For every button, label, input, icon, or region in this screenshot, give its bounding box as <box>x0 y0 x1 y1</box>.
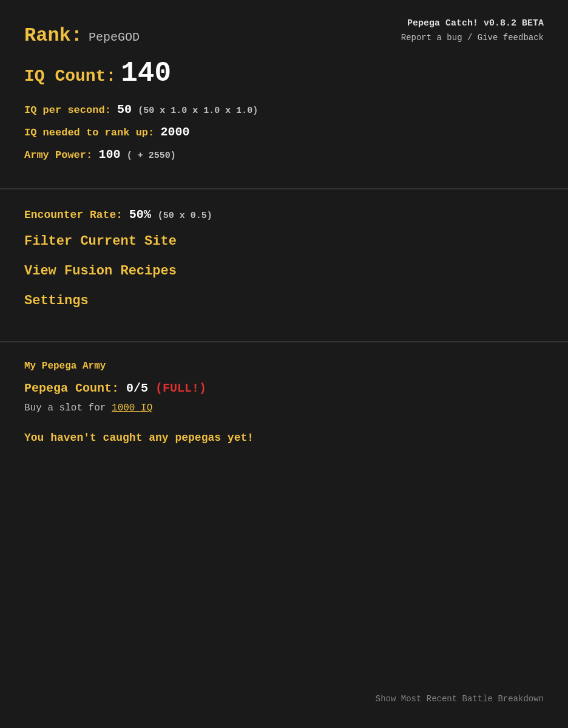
iq-count-label: IQ Count: <box>24 67 116 86</box>
iq-per-second-line: IQ per second: 50 (50 x 1.0 x 1.0 x 1.0) <box>24 103 544 117</box>
army-power-bonus: ( + 2550) <box>127 151 176 161</box>
feedback-link[interactable]: Report a bug / Give feedback <box>401 33 544 43</box>
army-power-value: 100 <box>98 148 120 162</box>
iq-count-value: 140 <box>121 58 171 89</box>
battle-breakdown-link[interactable]: Show Most Recent Battle Breakdown <box>376 694 544 704</box>
iq-rank-up-label: IQ needed to rank up: <box>24 127 154 138</box>
buy-slot-text: Buy a slot for <box>24 403 106 413</box>
iq-rank-up-line: IQ needed to rank up: 2000 <box>24 125 544 139</box>
top-right-info: Pepega Catch! v0.8.2 BETA Report a bug /… <box>401 18 544 43</box>
settings-link[interactable]: Settings <box>24 293 544 308</box>
army-power-label: Army Power: <box>24 149 92 161</box>
buy-slot-cost[interactable]: 1000 IQ <box>112 403 152 413</box>
iq-count-line: IQ Count: 140 <box>24 58 544 89</box>
encounter-rate-label: Encounter Rate: <box>24 209 123 221</box>
filter-site-link[interactable]: Filter Current Site <box>24 234 544 249</box>
rank-value: PepeGOD <box>89 30 140 44</box>
pepega-count-value: 0/5 <box>126 381 148 395</box>
encounter-rate-modifier: (50 x 0.5) <box>158 211 212 221</box>
version-text: Pepega Catch! v0.8.2 BETA <box>401 18 544 29</box>
army-section: My Pepega Army Pepega Count: 0/5 (FULL!)… <box>0 342 568 480</box>
encounter-rate-value: 50% <box>129 208 151 222</box>
iq-rank-up-value: 2000 <box>160 125 189 139</box>
iq-per-second-value: 50 <box>117 103 132 117</box>
fusion-recipes-link[interactable]: View Fusion Recipes <box>24 264 544 279</box>
buy-slot-line: Buy a slot for 1000 IQ <box>24 403 544 413</box>
army-title: My Pepega Army <box>24 361 544 372</box>
pepega-count-line: Pepega Count: 0/5 (FULL!) <box>24 381 544 395</box>
iq-per-second-label: IQ per second: <box>24 104 111 116</box>
iq-per-second-modifier: (50 x 1.0 x 1.0 x 1.0) <box>138 106 258 116</box>
army-power-line: Army Power: 100 ( + 2550) <box>24 148 544 162</box>
no-pepegas-text: You haven't caught any pepegas yet! <box>24 432 544 444</box>
rank-label: Rank: <box>24 24 83 47</box>
pepega-count-label: Pepega Count: <box>24 381 119 395</box>
middle-section: Encounter Rate: 50% (50 x 0.5) Filter Cu… <box>0 189 568 342</box>
encounter-rate-line: Encounter Rate: 50% (50 x 0.5) <box>24 208 544 222</box>
full-badge: (FULL!) <box>155 381 206 395</box>
